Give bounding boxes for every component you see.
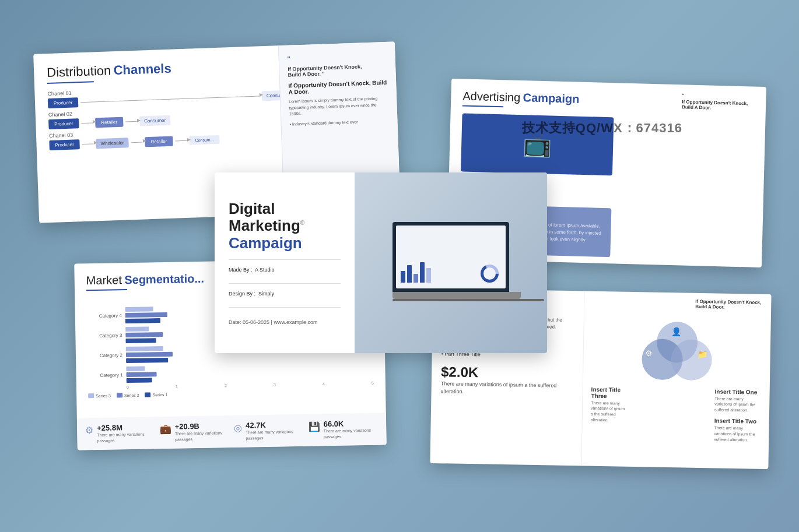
stat2-icon: 💼: [160, 424, 171, 435]
venn-diagram: 👤 ⚙ 📁: [639, 318, 716, 383]
mkt-title-line: [86, 289, 127, 291]
wholesaler1: Wholesaler: [96, 138, 129, 149]
slide-main: Digital Marketing® Campaign Made By : A …: [215, 172, 547, 353]
price-big: $2.0K: [441, 364, 573, 382]
dist-title-blue: Channels: [113, 61, 171, 77]
arrow3a: [82, 143, 94, 145]
dist-bullet: • Industry's standard dummy text ever: [289, 118, 389, 126]
dist-title-black: Distribution: [47, 63, 111, 80]
price-label: There are many variations of ipsum a the…: [440, 380, 573, 397]
arrow1: [80, 96, 260, 103]
venn-icon-top: 👤: [671, 327, 681, 336]
laptop-base: [393, 292, 521, 299]
venn-icon-left: ⚙: [645, 348, 653, 358]
laptop-shape: [393, 222, 509, 304]
adv-quote-text: If Opportunity Doesn't Knock, Build A Do…: [682, 99, 758, 111]
main-title-black: Digital Marketing®: [229, 200, 341, 234]
main-date: Date: 05-06-2025 | www.example.com: [229, 319, 341, 325]
main-title-blue: Campaign: [229, 234, 341, 252]
laptop-image: [355, 172, 547, 353]
stat2: 💼 +20.9B There are many variations passa…: [160, 421, 230, 443]
producer2: Producer: [48, 118, 79, 129]
bar-row-cat1: Category 1: [87, 362, 373, 384]
smart-right: 👤 ⚙ 📁 Insert Title Three There are many …: [581, 291, 771, 469]
cat4-label: Category 4: [87, 313, 122, 319]
dist-quote-header: If Opportunity Doesn't Knock,Build A Doo…: [288, 63, 388, 78]
arrow3b: [131, 142, 143, 143]
smart-quote: If Opportunity Doesn't Knock, Build A Do…: [695, 299, 765, 311]
arrow3c: [175, 140, 187, 142]
stat3-text: There are many variations passages: [246, 429, 304, 441]
adv-title-blue: Campaign: [523, 91, 579, 105]
stat1-val: +25.8M: [97, 423, 155, 433]
producer1: Producer: [48, 97, 79, 108]
venn-icon-right: 📁: [698, 349, 707, 358]
stat1-text: There are many variations passages: [97, 432, 155, 444]
channel3: Chanel 03 Producer Wholesaler Retailer C…: [49, 124, 295, 150]
stat4-val: 66.0K: [323, 419, 378, 429]
stat3-val: 42.7K: [246, 420, 304, 430]
producer3: Producer: [49, 139, 80, 150]
stat1: ⚙ +25.8M There are many variations passa…: [85, 423, 155, 445]
main-divider2: [229, 283, 341, 284]
consumer2: Consumer: [139, 115, 170, 126]
dist-title-line: [47, 81, 94, 84]
laptop-base-foot: [393, 299, 544, 301]
quote-icon: ": [287, 51, 387, 64]
adv-title-line: [462, 105, 503, 107]
mkt-title-black: Market: [86, 273, 122, 287]
laptop-screen-inner: [396, 226, 506, 288]
main-right: [355, 172, 547, 353]
mkt-title-blue: Segmentatio...: [124, 272, 204, 286]
cat1-label: Category 1: [88, 372, 123, 378]
dist-big-quote: If Opportunity Doesn't Knock, Build A Do…: [288, 79, 388, 96]
adv-title-black: Advertising: [462, 90, 520, 104]
main-left: Digital Marketing® Campaign Made By : A …: [215, 172, 355, 353]
stat3-icon: ◎: [234, 422, 242, 434]
stats-row: ⚙ +25.8M There are many variations passa…: [77, 413, 387, 450]
insert-title1: Insert Title One There are many variatio…: [714, 388, 762, 443]
venn-circle-3: [671, 339, 712, 380]
retailer2: Retailer: [145, 136, 173, 147]
retailer1: Retailer: [95, 117, 124, 128]
main-divider3: [229, 307, 341, 308]
stat1-icon: ⚙: [85, 425, 93, 436]
watermark: 技术支持QQ/WX：674316: [522, 119, 682, 137]
smart-price-section: $2.0K There are many variations of ipsum…: [440, 364, 573, 397]
main-divider: [229, 259, 341, 260]
adv-right-panel: " If Opportunity Doesn't Knock, Build A …: [682, 93, 758, 111]
stat3: ◎ 42.7K There are many variations passag…: [234, 420, 304, 442]
insert-titles: Insert Title Three There are many variat…: [590, 386, 762, 443]
main-design-by: Design By : Simply: [229, 291, 341, 297]
arrow2b: [125, 121, 137, 122]
dist-body: Lorem Ipsum is simply dummy text of the …: [289, 96, 389, 117]
chart-legend: Series 3 Series 2 Series 1: [88, 389, 374, 399]
stat2-text: There are many variations passages: [175, 430, 230, 442]
stat2-val: +20.9B: [175, 421, 230, 431]
stat4-text: There are many variations passages: [324, 428, 379, 440]
insert-title3: Insert Title Three There are many variat…: [590, 386, 626, 441]
stat4: 💾 66.0K There are many variations passag…: [308, 419, 378, 441]
laptop-screen: [393, 222, 509, 292]
cat3-label: Category 3: [87, 333, 122, 339]
consumer3: Consum...: [189, 135, 219, 145]
stat4-icon: 💾: [309, 421, 320, 432]
cat2-label: Category 2: [87, 353, 122, 358]
arrow2a: [81, 122, 93, 124]
main-made-by: Made By : A Studio: [229, 267, 341, 273]
